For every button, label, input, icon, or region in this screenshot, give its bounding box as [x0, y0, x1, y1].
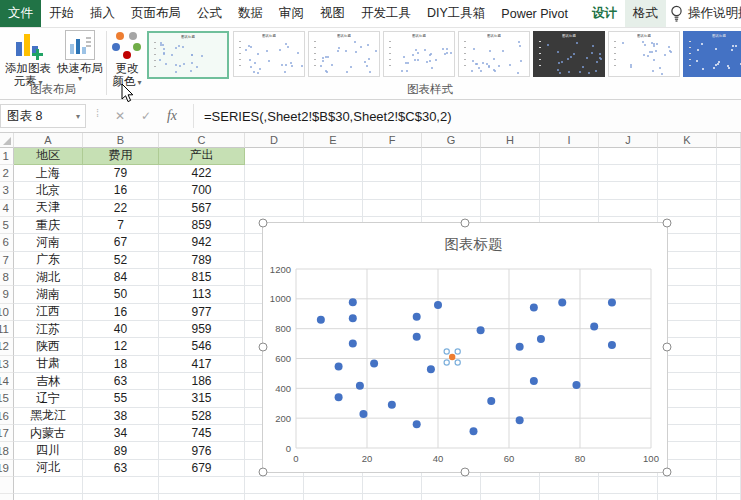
- chart-resize-handle[interactable]: [461, 468, 470, 477]
- cell-cost[interactable]: 55: [83, 390, 159, 407]
- cell-empty[interactable]: [83, 494, 159, 500]
- cell-empty[interactable]: [304, 182, 363, 199]
- data-point[interactable]: [413, 420, 421, 428]
- tab-diy-toolbox[interactable]: DIY工具箱: [419, 0, 493, 27]
- cell-output[interactable]: 815: [159, 269, 245, 286]
- row-header-7[interactable]: 7: [0, 252, 14, 269]
- cell-empty[interactable]: [599, 165, 658, 182]
- data-point[interactable]: [537, 335, 545, 343]
- column-header-K[interactable]: K: [658, 133, 717, 148]
- chart-style-option-6[interactable]: 图表标题: [533, 31, 605, 77]
- cell-empty[interactable]: [481, 200, 540, 217]
- column-header-J[interactable]: J: [599, 133, 658, 148]
- data-point[interactable]: [608, 341, 616, 349]
- chart-style-option-4[interactable]: 图表标题: [383, 31, 455, 77]
- cell-empty[interactable]: [304, 477, 363, 494]
- cell-empty[interactable]: [540, 148, 599, 165]
- data-point[interactable]: [487, 397, 495, 405]
- cell-empty[interactable]: [540, 200, 599, 217]
- cell-output[interactable]: 859: [159, 217, 245, 234]
- cell-cost[interactable]: 40: [83, 321, 159, 338]
- cell-empty[interactable]: [422, 165, 481, 182]
- cell-output[interactable]: 528: [159, 408, 245, 425]
- cell-empty[interactable]: [245, 165, 304, 182]
- cell-empty[interactable]: [245, 182, 304, 199]
- cell-empty[interactable]: [363, 182, 422, 199]
- cell-empty[interactable]: [83, 477, 159, 494]
- cell-cost[interactable]: 84: [83, 269, 159, 286]
- row-header-4[interactable]: 4: [0, 200, 14, 217]
- cell-output[interactable]: 789: [159, 252, 245, 269]
- cell-empty[interactable]: [159, 477, 245, 494]
- cell-region[interactable]: 陕西: [14, 338, 83, 355]
- header-cell-cost[interactable]: 费用: [83, 148, 159, 165]
- chart-resize-handle[interactable]: [663, 219, 672, 228]
- row-header-17[interactable]: 17: [0, 425, 14, 442]
- cell-empty[interactable]: [245, 494, 304, 500]
- row-header-6[interactable]: 6: [0, 234, 14, 251]
- cell-empty[interactable]: [540, 477, 599, 494]
- column-header-C[interactable]: C: [159, 133, 245, 148]
- cell-empty[interactable]: [717, 252, 741, 269]
- cell-empty[interactable]: [363, 200, 422, 217]
- cell-empty[interactable]: [658, 477, 717, 494]
- cell-empty[interactable]: [717, 494, 741, 500]
- tab-format[interactable]: 格式: [625, 0, 666, 27]
- cancel-button[interactable]: ✕: [108, 104, 132, 128]
- data-point[interactable]: [530, 303, 538, 311]
- chart-style-option-2[interactable]: 图表标题: [233, 31, 305, 77]
- cell-output[interactable]: 679: [159, 460, 245, 477]
- cell-region[interactable]: 河北: [14, 460, 83, 477]
- cell-empty[interactable]: [422, 494, 481, 500]
- row-header-20[interactable]: [0, 477, 14, 494]
- cell-empty[interactable]: [658, 148, 717, 165]
- tab-home[interactable]: 开始: [41, 0, 82, 27]
- cell-empty[interactable]: [599, 182, 658, 199]
- cell-empty[interactable]: [304, 165, 363, 182]
- column-header-F[interactable]: F: [363, 133, 422, 148]
- cell-empty[interactable]: [717, 165, 741, 182]
- cell-empty[interactable]: [717, 356, 741, 373]
- row-header-21[interactable]: [0, 494, 14, 500]
- cell-region[interactable]: 湖北: [14, 269, 83, 286]
- cell-cost[interactable]: 89: [83, 442, 159, 459]
- cell-empty[interactable]: [245, 200, 304, 217]
- cell-cost[interactable]: 38: [83, 408, 159, 425]
- cell-region[interactable]: 甘肃: [14, 356, 83, 373]
- cell-empty[interactable]: [481, 182, 540, 199]
- cell-empty[interactable]: [717, 408, 741, 425]
- chart-style-option-3[interactable]: 图表标题: [308, 31, 380, 77]
- chart-resize-handle[interactable]: [259, 219, 268, 228]
- cell-output[interactable]: 942: [159, 234, 245, 251]
- cell-empty[interactable]: [422, 148, 481, 165]
- cell-empty[interactable]: [599, 477, 658, 494]
- name-box-caret-icon[interactable]: ▾: [76, 112, 80, 121]
- data-point[interactable]: [335, 363, 343, 371]
- column-header-E[interactable]: E: [304, 133, 363, 148]
- cell-empty[interactable]: [14, 477, 83, 494]
- chart-resize-handle[interactable]: [663, 343, 672, 352]
- cell-empty[interactable]: [481, 477, 540, 494]
- cell-empty[interactable]: [540, 182, 599, 199]
- row-header-3[interactable]: 3: [0, 182, 14, 199]
- cell-empty[interactable]: [599, 494, 658, 500]
- cell-output[interactable]: 186: [159, 373, 245, 390]
- cell-empty[interactable]: [304, 200, 363, 217]
- tab-power-pivot[interactable]: Power Pivot: [493, 0, 576, 27]
- cell-empty[interactable]: [717, 182, 741, 199]
- column-header-partial[interactable]: [717, 133, 741, 148]
- cell-cost[interactable]: 7: [83, 217, 159, 234]
- data-point[interactable]: [413, 313, 421, 321]
- row-header-9[interactable]: 9: [0, 286, 14, 303]
- cell-empty[interactable]: [422, 182, 481, 199]
- chart-style-option-5[interactable]: 图表标题: [458, 31, 530, 77]
- cell-region[interactable]: 河南: [14, 234, 83, 251]
- cell-empty[interactable]: [14, 494, 83, 500]
- cell-empty[interactable]: [304, 148, 363, 165]
- cell-cost[interactable]: 12: [83, 338, 159, 355]
- insert-function-button[interactable]: fx: [160, 104, 184, 128]
- cell-output[interactable]: 113: [159, 286, 245, 303]
- chart-style-option-7[interactable]: 图表标题: [608, 31, 680, 77]
- cell-region[interactable]: 四川: [14, 442, 83, 459]
- cell-empty[interactable]: [717, 390, 741, 407]
